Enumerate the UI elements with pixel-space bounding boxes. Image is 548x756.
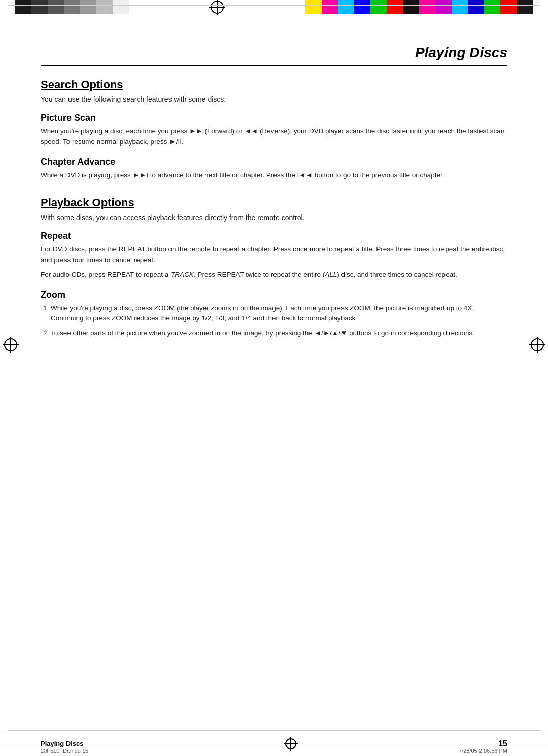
color-block-r3 (452, 0, 468, 14)
color-block-r6 (500, 0, 517, 14)
color-block-r5 (484, 0, 500, 14)
color-block-r1 (419, 0, 435, 14)
crosshair-circle-left (4, 338, 17, 351)
color-block-gray1 (64, 0, 80, 14)
color-block-blue (354, 0, 370, 14)
color-block-red (387, 0, 403, 14)
right-crosshair-marker (529, 337, 545, 353)
crosshair-circle-right (531, 338, 544, 351)
crosshair-icon-right (529, 337, 545, 353)
repeat-body: For DVD discs, press the REPEAT button o… (41, 244, 507, 280)
color-block-r2 (435, 0, 452, 14)
bottom-file-info: 20F510TDr.indd 15 7/28/05 2:06:56 PM (0, 745, 548, 756)
zoom-list: While you're playing a disc, press ZOOM … (51, 303, 507, 339)
picture-scan-heading: Picture Scan (41, 113, 507, 123)
color-block-black3 (48, 0, 64, 14)
repeat-heading: Repeat (41, 231, 507, 241)
chapter-advance-heading: Chapter Advance (41, 157, 507, 167)
color-block-gray2 (80, 0, 96, 14)
right-color-blocks (305, 0, 533, 14)
color-block-yellow (305, 0, 322, 14)
crosshair-circle (211, 1, 224, 14)
color-block-black1 (15, 0, 31, 14)
zoom-item-1: While you're playing a disc, press ZOOM … (51, 303, 507, 325)
chapter-advance-body: While a DVD is playing, press ►►I to adv… (41, 170, 507, 181)
color-block-white (113, 0, 129, 14)
top-color-bar (0, 0, 548, 14)
zoom-item-2: To see other parts of the picture when y… (51, 328, 507, 339)
zoom-heading: Zoom (41, 290, 507, 300)
repeat-text2: For audio CDs, press REPEAT to repeat a … (41, 270, 507, 280)
crosshair-icon-left (3, 337, 19, 353)
color-block-magenta (322, 0, 338, 14)
color-block-green (370, 0, 387, 14)
color-block-cyan (338, 0, 354, 14)
playback-options-intro: With some discs, you can access playback… (41, 213, 507, 222)
repeat-text1: For DVD discs, press the REPEAT button o… (41, 244, 507, 266)
search-options-heading: Search Options (41, 78, 507, 91)
playback-options-heading: Playback Options (41, 196, 507, 209)
color-block-black4 (403, 0, 419, 14)
page-title-header: Playing Discs (41, 45, 507, 66)
page-content: Playing Discs Search Options You can use… (0, 14, 548, 383)
top-center-crosshair (129, 0, 305, 14)
color-block-r4 (468, 0, 484, 14)
date-info-text: 7/28/05 2:06:56 PM (459, 748, 507, 754)
picture-scan-body: When you're playing a disc, each time yo… (41, 126, 507, 148)
search-options-intro: You can use the following search feature… (41, 95, 507, 103)
crosshair-icon-top (209, 0, 225, 15)
left-color-blocks (15, 0, 129, 14)
file-info-text: 20F510TDr.indd 15 (41, 748, 88, 754)
picture-scan-text: When you're playing a disc, each time yo… (41, 126, 507, 148)
page-title: Playing Discs (415, 45, 507, 60)
left-crosshair-marker (3, 337, 19, 353)
color-block-gray3 (96, 0, 113, 14)
color-block-black2 (31, 0, 48, 14)
chapter-advance-text: While a DVD is playing, press ►►I to adv… (41, 170, 507, 181)
color-block-r7 (517, 0, 533, 14)
